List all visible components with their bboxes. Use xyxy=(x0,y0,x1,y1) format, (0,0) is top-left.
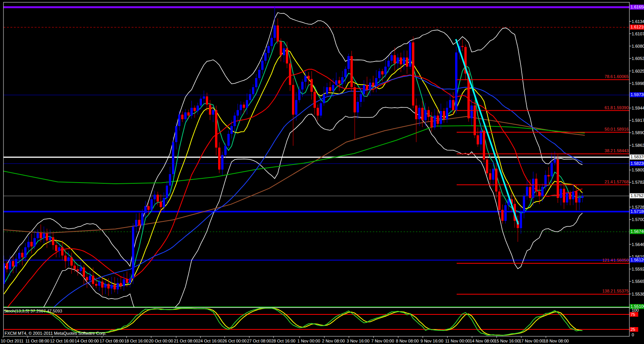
x-axis-time-label[interactable]: 7 Nov 00:00 xyxy=(371,339,394,343)
x-axis-time-label[interactable]: 27 Oct 08:00 xyxy=(247,339,271,343)
y-axis-tick-label: 1.57005 xyxy=(632,217,644,222)
y-axis-tick-label: 1.59985 xyxy=(632,81,644,86)
y-axis-tick-label: 1.61070 xyxy=(632,32,644,36)
y-axis-tick-label: 1.59175 xyxy=(632,118,644,123)
y-axis-tick-label: 1.56465 xyxy=(632,242,644,247)
y-axis-tick-label: 1.60530 xyxy=(632,56,644,61)
fibonacci-ratio-label: 121.4 xyxy=(602,258,613,263)
fibonacci-value-label: 1.55375 xyxy=(613,289,629,293)
price-tag-1.61650: 1.61650 xyxy=(630,5,644,10)
fibonacci-value-label: 1.56050 xyxy=(613,258,629,263)
y-axis-tick-label: 1.58090 xyxy=(632,168,644,172)
fibonacci-ratio-label: 138.2 xyxy=(602,289,613,293)
y-axis-tick-label: 1.58905 xyxy=(632,130,644,135)
price-tag-1.58230: 1.58230 xyxy=(630,161,644,166)
stoch-scale-100-label: 100 xyxy=(632,308,639,312)
x-axis-time-label[interactable]: 20 Oct 00:00 xyxy=(149,339,173,343)
x-axis-time-label[interactable]: 12 Oct 16:00 xyxy=(50,339,74,343)
y-axis-tick-label: 1.60255 xyxy=(632,69,644,73)
price-tag-1.59730: 1.59730 xyxy=(630,92,644,97)
stoch-level-tag-75: 75 xyxy=(630,312,638,317)
fibonacci-ratio-label: 61.8 xyxy=(605,105,613,110)
x-axis-time-label[interactable]: 15 Nov 16:00 xyxy=(494,339,519,343)
x-axis-time-label[interactable]: 3 Nov 16:00 xyxy=(347,339,369,343)
x-axis-time-label[interactable]: 18 Nov 08:00 xyxy=(544,339,569,343)
x-axis-time-label[interactable]: 11 Oct 08:00 xyxy=(25,339,49,343)
fibonacci-value-label: 1.58916 xyxy=(613,127,629,131)
y-axis-tick-label: 1.55925 xyxy=(632,267,644,271)
x-axis-time-label[interactable]: 2 Nov 08:00 xyxy=(322,339,345,343)
trendline[interactable] xyxy=(456,39,518,224)
fibonacci-ratio-label: 50.0 xyxy=(605,127,613,131)
x-axis-time-label[interactable]: 14 Oct 00:00 xyxy=(75,339,99,343)
price-tag-1.58370: 1.58370 xyxy=(630,155,644,160)
fibonacci-value-label: 1.58443 xyxy=(613,148,629,153)
x-axis-time-label[interactable]: 11 Nov 00:00 xyxy=(445,339,470,343)
x-axis-time-label[interactable]: 8 Nov 08:00 xyxy=(396,339,419,343)
x-axis-time-label[interactable]: 18 Oct 16:00 xyxy=(124,339,148,343)
x-axis-time-label[interactable]: 26 Oct 00:00 xyxy=(222,339,247,343)
mt4-chart-window: 78.61.6006561.81.5939050.01.5891638.21.5… xyxy=(0,0,644,344)
price-tag-1.56120: 1.56120 xyxy=(630,258,644,263)
stoch-scale-0-label: 0 xyxy=(632,332,634,337)
fibonacci-value-label: 1.59390 xyxy=(613,105,629,110)
fibonacci-ratio-label: 21.4 xyxy=(605,179,613,184)
stochastic-indicator-label: Stoch(13,3,5) 37.2607 47.5093 xyxy=(4,309,62,313)
x-axis-time-label[interactable]: 28 Oct 16:00 xyxy=(271,339,295,343)
copyright-text: FXCM MT4, © 2001-2011 MetaQuotes Softwar… xyxy=(5,331,107,336)
x-axis-time-label[interactable]: 21 Oct 08:00 xyxy=(174,339,198,343)
y-axis-tick-label: 1.60800 xyxy=(632,44,644,48)
x-axis-time-label[interactable]: 17 Nov 00:00 xyxy=(519,339,544,343)
price-chart-svg[interactable] xyxy=(0,0,644,344)
y-axis-tick-label: 1.55380 xyxy=(632,292,644,296)
x-axis-time-label[interactable]: 9 Nov 16:00 xyxy=(420,339,443,343)
x-axis-time-label[interactable]: 24 Oct 16:00 xyxy=(198,339,222,343)
price-tag-1.57523: 1.57523 xyxy=(630,193,644,198)
x-axis-time-label[interactable]: 14 Nov 08:00 xyxy=(470,339,495,343)
y-axis-tick-label: 1.57820 xyxy=(632,180,644,184)
price-tag-1.57180: 1.57180 xyxy=(630,209,644,214)
y-axis-tick-label: 1.55655 xyxy=(632,279,644,284)
main-pane-border xyxy=(3,2,629,307)
x-axis-time-label[interactable]: 10 Oct 2011 xyxy=(1,339,23,343)
price-tag-1.56740: 1.56740 xyxy=(630,229,644,234)
fibonacci-ratio-label: 38.2 xyxy=(605,148,613,153)
y-axis-tick-label: 1.58630 xyxy=(632,143,644,148)
fibonacci-value-label: 1.60065 xyxy=(613,74,629,79)
price-tag-1.61210: 1.61210 xyxy=(630,25,644,30)
fibonacci-value-label: 1.57768 xyxy=(613,179,629,184)
fibonacci-ratio-label: 78.6 xyxy=(605,74,613,79)
stoch-level-tag-25: 25 xyxy=(630,327,638,332)
x-axis-time-label[interactable]: 17 Oct 08:00 xyxy=(100,339,124,343)
y-axis-tick-label: 1.59445 xyxy=(632,106,644,110)
x-axis-time-label[interactable]: 1 Nov 00:00 xyxy=(297,339,320,343)
y-axis-tick-label: 1.61340 xyxy=(632,19,644,24)
